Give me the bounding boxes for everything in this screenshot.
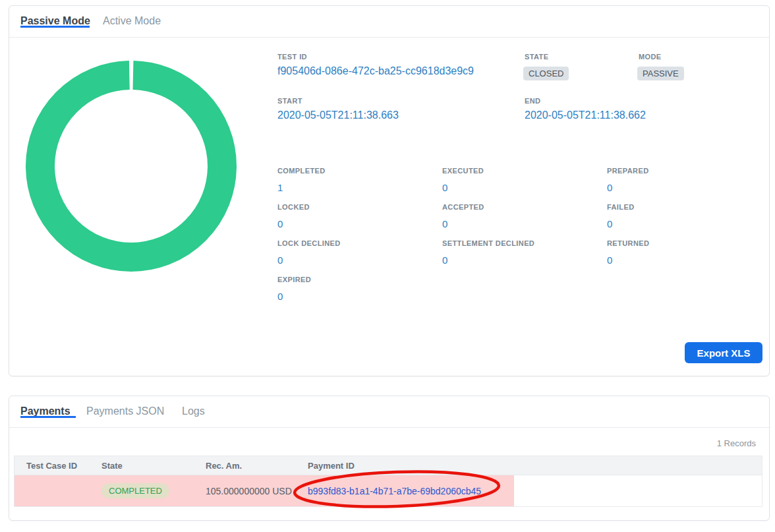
tab-active-mode-label: Active Mode (103, 15, 161, 26)
stat-settlement-declined-label: SETTLEMENT DECLINED (442, 239, 534, 247)
active-tab-underline (20, 416, 76, 418)
cell-state: COMPLETED (90, 475, 194, 506)
test-id-label: TEST ID (277, 53, 307, 61)
stat-executed-value: 0 (442, 182, 447, 193)
completion-donut-chart (26, 61, 237, 272)
stat-returned-label: RETURNED (607, 239, 649, 247)
table-row: COMPLETED 105.000000000 USD b993fd83-b1a… (14, 475, 762, 506)
tab-payments-label: Payments (20, 405, 71, 417)
received-amount: 105.000000000 USD (206, 486, 292, 496)
stat-returned-value: 0 (607, 254, 612, 266)
completed-status-badge: COMPLETED (101, 483, 169, 498)
test-summary-card: Passive Mode Active Mode TEST ID f905406… (9, 5, 770, 376)
stat-locked-value: 0 (277, 218, 283, 229)
stat-failed-label: FAILED (607, 203, 635, 211)
tab-logs-label: Logs (182, 405, 205, 417)
records-count: 1 Records (717, 438, 756, 448)
test-id-value: f905406d-086e-472c-ba25-cc9618d3e9c9 (277, 65, 474, 77)
tab-payments-json[interactable]: Payments JSON (86, 405, 164, 417)
stat-prepared-label: PREPARED (607, 167, 649, 175)
tab-payments-json-label: Payments JSON (86, 405, 164, 417)
payments-table-header: Test Case ID State Rec. Am. Payment ID (14, 456, 762, 475)
tab-payments[interactable]: Payments (20, 405, 71, 417)
stat-completed-label: COMPLETED (277, 167, 326, 175)
header-test-case-id: Test Case ID (14, 461, 90, 471)
payment-id-link[interactable]: b993fd83-b1a1-4b71-a7be-69bd2060cb45 (308, 486, 481, 496)
stat-settlement-declined-value: 0 (442, 254, 447, 266)
stat-accepted-value: 0 (442, 218, 447, 229)
stat-expired-value: 0 (277, 291, 283, 302)
end-label: END (525, 97, 540, 105)
tab-active-mode[interactable]: Active Mode (103, 15, 161, 27)
stat-accepted-label: ACCEPTED (442, 203, 484, 211)
cell-spacer (514, 475, 762, 506)
end-value: 2020-05-05T21:11:38.662 (525, 109, 646, 121)
mode-tabs: Passive Mode Active Mode (9, 6, 769, 38)
state-label: STATE (525, 53, 548, 61)
state-badge: CLOSED (523, 67, 569, 80)
start-value: 2020-05-05T21:11:38.663 (277, 109, 399, 121)
payments-tabs: Payments Payments JSON Logs (9, 396, 769, 428)
stat-executed-label: EXECUTED (442, 167, 484, 175)
stat-prepared-value: 0 (607, 182, 612, 193)
mode-label: MODE (639, 53, 662, 61)
header-rec-am: Rec. Am. (194, 461, 296, 471)
tab-passive-mode-label: Passive Mode (20, 15, 90, 26)
stat-completed-value: 1 (277, 182, 283, 193)
donut-segment-completed (40, 75, 222, 257)
cell-test-case-id (14, 475, 90, 506)
header-state: State (90, 461, 194, 471)
stat-expired-label: EXPIRED (277, 276, 311, 283)
tab-passive-mode[interactable]: Passive Mode (20, 15, 90, 27)
stat-lock-declined-value: 0 (277, 254, 283, 266)
tab-logs[interactable]: Logs (182, 405, 205, 417)
payments-table: Test Case ID State Rec. Am. Payment ID C… (14, 456, 762, 507)
active-tab-underline (20, 26, 90, 28)
stat-failed-value: 0 (607, 218, 612, 229)
export-xls-button[interactable]: Export XLS (685, 342, 762, 363)
start-label: START (277, 97, 302, 105)
cell-payment-id: b993fd83-b1a1-4b71-a7be-69bd2060cb45 (296, 475, 514, 506)
mode-badge: PASSIVE (637, 67, 684, 80)
stat-locked-label: LOCKED (277, 203, 310, 211)
cell-rec-am: 105.000000000 USD (194, 475, 296, 506)
header-payment-id: Payment ID (296, 461, 514, 471)
stat-lock-declined-label: LOCK DECLINED (277, 239, 341, 247)
payments-card: Payments Payments JSON Logs 1 Records Te… (9, 396, 770, 521)
